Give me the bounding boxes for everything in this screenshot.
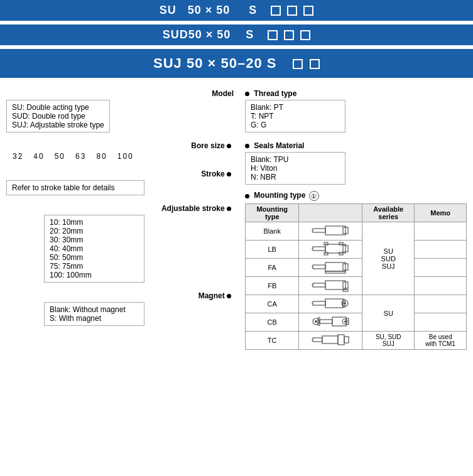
adjustable-stroke-section: Adjustable stroke 10: 10mm 20: 20mm 30: … (6, 204, 239, 283)
svg-rect-0 (313, 229, 325, 232)
svg-rect-22 (313, 301, 325, 305)
memo-fa (415, 259, 467, 277)
icon-fa (299, 259, 362, 277)
seals-item-2: H: Viton (251, 164, 340, 173)
checkbox6 (300, 30, 310, 40)
adj-bullet (227, 207, 231, 211)
model-section: Model SU: Double acting type SUD: Double… (6, 89, 239, 133)
model-item-3: SUJ: Adjustable stroke type (12, 121, 104, 129)
memo-blank (415, 222, 467, 241)
svg-rect-1 (325, 226, 345, 235)
checkbox1 (271, 6, 281, 16)
memo-cb (415, 313, 467, 332)
icon-cb (299, 313, 362, 332)
magnet-box: Blank: Without magnet S: With magnet (44, 302, 144, 326)
code-fa: FA (246, 259, 299, 277)
thread-item-1: Blank: PT (251, 103, 340, 112)
icon-blank (299, 222, 362, 241)
adj-item-5: 50: 50mm (50, 253, 139, 262)
svg-rect-13 (325, 262, 345, 271)
svg-rect-31 (320, 320, 332, 323)
table-row-fb: FB (246, 277, 467, 295)
checkbox3 (303, 6, 313, 16)
mounting-bullet (245, 194, 249, 198)
checkbox8 (310, 59, 320, 69)
thread-type-label: Thread type (254, 89, 296, 98)
memo-lb (415, 241, 467, 259)
thread-item-2: T: NPT (251, 112, 340, 121)
bar-suj: SUJ 50 × 50–20 S (0, 49, 473, 78)
svg-rect-17 (313, 283, 325, 287)
mounting-type-section: Mounting type ① Mountingtype Availablese… (245, 191, 467, 350)
code-tc: TC (246, 332, 299, 350)
checkbox7 (293, 59, 303, 69)
table-row-lb: LB (246, 241, 467, 259)
icon-fb (299, 277, 362, 295)
memo-ca (415, 295, 467, 313)
icon-tc (299, 332, 362, 350)
svg-point-29 (315, 320, 317, 323)
code-cb: CB (246, 313, 299, 332)
table-row-blank: Blank SU SUD SUJ (246, 222, 467, 241)
thread-item-3: G: G (251, 121, 340, 129)
adj-item-7: 100: 100mm (50, 271, 139, 279)
model-item-2: SUD: Double rod type (12, 112, 104, 121)
seals-material-label: Seals Material (254, 141, 304, 150)
stroke-bullet (227, 172, 231, 176)
seals-item-1: Blank: TPU (251, 155, 340, 164)
svg-rect-37 (322, 336, 338, 343)
code-fb: FB (246, 277, 299, 295)
table-row-ca: CA SU (246, 295, 467, 313)
seals-bullet (245, 144, 249, 148)
col-cylinder-icon-header (299, 204, 362, 222)
table-row-cb: CB (246, 313, 467, 332)
code-blank: Blank (246, 222, 299, 241)
mounting-table: Mountingtype Availableseries Memo Blank (245, 203, 467, 350)
adj-item-2: 20: 20mm (50, 227, 139, 235)
table-row-fa: FA (246, 259, 467, 277)
stroke-label: Stroke (6, 170, 239, 178)
thread-bullet (245, 92, 249, 96)
thread-type-section: Thread type Blank: PT T: NPT G: G (245, 89, 467, 133)
adj-item-6: 75: 75mm (50, 262, 139, 271)
checkbox5 (284, 30, 294, 40)
adjustable-stroke-box: 10: 10mm 20: 20mm 30: 30mm 40: 40mm 50: … (44, 215, 144, 283)
code-lb: LB (246, 241, 299, 259)
bar-sud: SUD50 × 50 S (0, 24, 473, 45)
svg-rect-36 (313, 338, 322, 342)
magnet-label: Magnet (198, 291, 225, 300)
svg-rect-12 (313, 265, 325, 269)
icon-ca (299, 295, 362, 313)
series-tc: SU, SUD SUJ (362, 332, 415, 350)
table-row-tc: TC SU, SUD SUJ Be (246, 332, 467, 350)
magnet-item-1: Blank: Without magnet (50, 305, 139, 314)
model-box: SU: Double acting type SUD: Double rod t… (6, 100, 110, 133)
svg-rect-38 (338, 335, 344, 345)
bore-size-section: Bore size 32 40 50 63 80 100 (6, 141, 239, 161)
stroke-section: Stroke Refer to stroke table for details (6, 170, 239, 195)
magnet-bullet (227, 294, 231, 298)
svg-rect-23 (325, 299, 343, 308)
svg-rect-21 (343, 289, 348, 291)
model-item-1: SU: Double acting type (12, 103, 104, 112)
adj-item-1: 10: 10mm (50, 218, 139, 227)
magnet-section: Magnet Blank: Without magnet S: With mag… (6, 291, 239, 326)
mounting-type-label: Mounting type (254, 191, 305, 200)
col-available-series: Availableseries (362, 204, 415, 222)
adj-item-3: 30: 30mm (50, 235, 139, 244)
memo-tc: Be used with TCM1 (415, 332, 467, 350)
stroke-note: Refer to stroke table for details (6, 180, 144, 195)
checkbox2 (287, 6, 297, 16)
icon-lb (299, 241, 362, 259)
series-blank-lb-fa-fb: SU SUD SUJ (362, 222, 415, 295)
series-ca-cb: SU (362, 295, 415, 332)
col-memo: Memo (415, 204, 467, 222)
bore-size-label: Bore size (6, 141, 239, 150)
code-ca: CA (246, 295, 299, 313)
svg-rect-39 (344, 337, 349, 343)
magnet-item-2: S: With magnet (50, 314, 139, 323)
svg-point-35 (344, 321, 346, 323)
seals-item-3: N: NBR (251, 173, 340, 181)
adjustable-stroke-label: Adjustable stroke (161, 204, 225, 213)
svg-rect-18 (325, 281, 345, 289)
